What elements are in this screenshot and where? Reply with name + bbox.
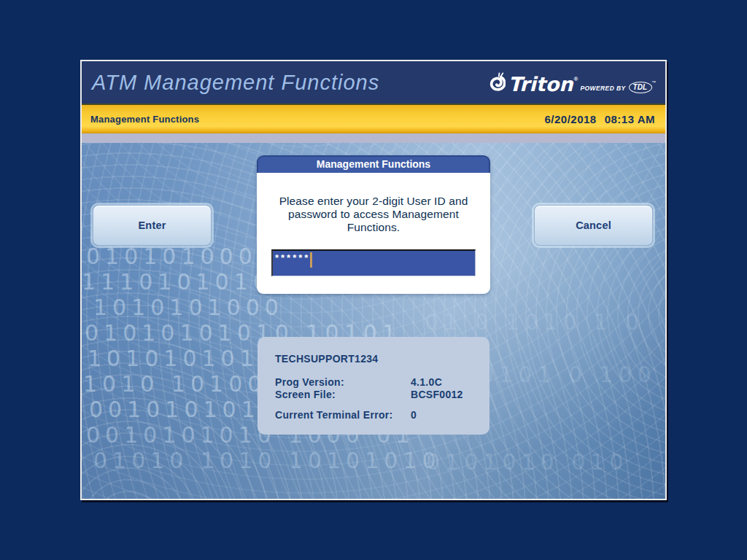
info-rows: Prog Version: 4.1.0C Screen File: BCSF00… xyxy=(275,376,472,401)
terminal-info-panel: TECHSUPPORT1234 Prog Version: 4.1.0C Scr… xyxy=(258,337,489,435)
tdl-text: TDL xyxy=(629,82,652,93)
terminal-error-row: Current Terminal Error: 0 xyxy=(275,409,472,421)
title-bar: ATM Management Functions Triton ® POWERE… xyxy=(82,61,665,104)
brand-name: Triton xyxy=(508,74,573,94)
time-text: 08:13 AM xyxy=(605,113,655,125)
trademark-mark: ™ xyxy=(651,80,656,85)
info-value: 0 xyxy=(411,409,472,421)
text-cursor xyxy=(310,252,312,268)
page-title: ATM Management Functions xyxy=(92,71,379,95)
triton-shell-icon xyxy=(489,71,506,93)
datetime: 6/20/2018 08:13 AM xyxy=(544,113,655,125)
cancel-button[interactable]: Cancel xyxy=(534,205,653,246)
tdl-badge: TDL ™ xyxy=(629,82,652,93)
password-masked-value: ****** xyxy=(275,252,310,263)
date-text: 6/20/2018 xyxy=(544,113,596,125)
binary-pattern-text: 10101 0 100 0 1 xyxy=(461,362,665,387)
atm-screen: ATM Management Functions Triton ® POWERE… xyxy=(80,60,667,500)
powered-by-label: POWERED BY xyxy=(580,85,625,92)
status-bar: Management Functions 6/20/2018 08:13 AM xyxy=(82,105,665,133)
main-area: 0101010000 1110101010 1 1010101000 01010… xyxy=(82,143,665,499)
dialog-body: Please enter your 2-digit User ID and pa… xyxy=(257,173,490,294)
breadcrumb: Management Functions xyxy=(90,114,199,125)
registered-mark: ® xyxy=(574,77,578,82)
triton-logo: Triton ® POWERED BY TDL ™ xyxy=(489,71,652,94)
info-label: Prog Version: xyxy=(275,376,411,389)
terminal-id: TECHSUPPORT1234 xyxy=(275,353,472,365)
login-dialog: Management Functions Please enter your 2… xyxy=(257,155,490,294)
binary-pattern-text: 1010101000 xyxy=(93,295,284,320)
password-input[interactable]: ****** xyxy=(271,249,476,276)
info-label: Screen File: xyxy=(275,389,411,401)
binary-pattern-text: 0101010000 xyxy=(86,244,276,269)
info-value: 4.1.0C xyxy=(411,376,472,389)
info-label: Current Terminal Error: xyxy=(275,409,411,421)
dialog-message: Please enter your 2-digit User ID and pa… xyxy=(273,195,474,233)
enter-button[interactable]: Enter xyxy=(93,205,212,246)
dialog-title: Management Functions xyxy=(257,155,490,173)
binary-pattern-text: 01010 1010 10101010 xyxy=(93,448,441,473)
binary-pattern-text: 01 0 1010 1 0 xyxy=(425,309,644,335)
accent-strip xyxy=(82,133,665,143)
info-value: BCSF0012 xyxy=(411,389,472,401)
binary-pattern-text: 0101010 010 xyxy=(426,449,628,475)
